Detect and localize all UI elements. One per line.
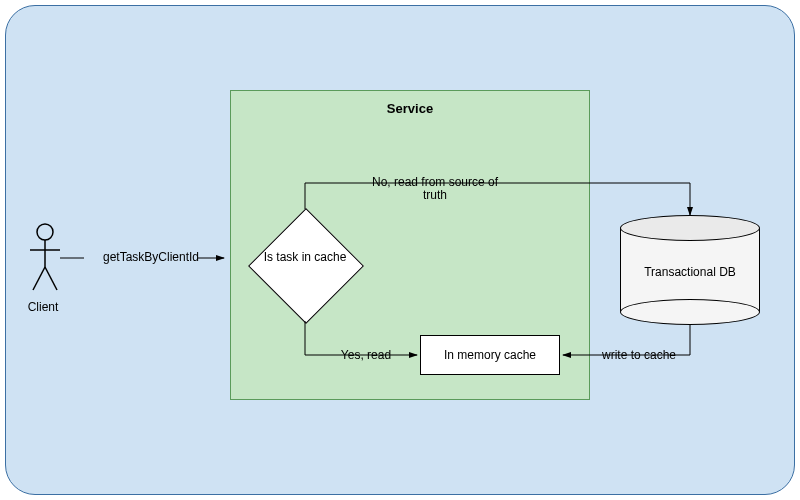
edge-label-client-to-service: getTaskByClientId (86, 251, 216, 264)
svg-point-0 (37, 224, 53, 240)
edge-label-decision-yes: Yes, read (326, 349, 406, 362)
edge-label-decision-no: No, read from source of truth (370, 176, 500, 202)
actor-label: Client (18, 300, 68, 314)
svg-line-3 (33, 267, 45, 290)
cache-label: In memory cache (444, 348, 536, 362)
svg-line-4 (45, 267, 57, 290)
diagram-canvas: Service Client Is task in cache In memor… (0, 0, 800, 500)
database-label: Transactional DB (620, 265, 760, 279)
edge-label-db-to-cache: write to cache (594, 349, 684, 362)
cache-node: In memory cache (420, 335, 560, 375)
database-node: Transactional DB (620, 215, 760, 325)
service-title: Service (231, 101, 589, 116)
decision-label: Is task in cache (255, 250, 355, 280)
actor-icon (30, 222, 60, 295)
